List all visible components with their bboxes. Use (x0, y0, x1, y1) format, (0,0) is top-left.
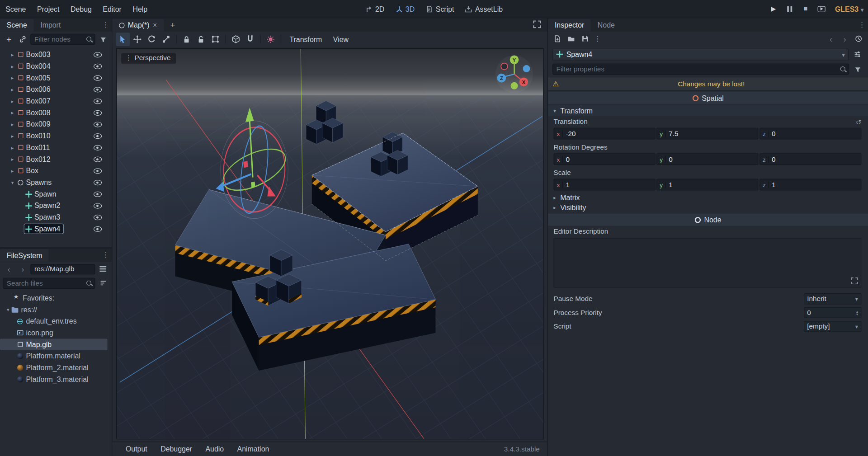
fs-item-favorites[interactable]: Favorites: (0, 292, 108, 304)
resource-extra-menu-icon[interactable] (593, 33, 602, 44)
menu-scene[interactable]: Scene (0, 0, 32, 18)
stop-button[interactable] (798, 2, 813, 15)
snap-button[interactable] (243, 33, 258, 46)
fs-item-default-env[interactable]: default_env.tres (0, 315, 108, 327)
expand-arrow-icon[interactable] (9, 122, 16, 127)
close-tab-icon[interactable] (153, 21, 157, 29)
scene-node-box012[interactable]: Box012 (0, 153, 112, 165)
workspace-script-button[interactable]: Script (420, 0, 459, 18)
debugger-button[interactable]: Debugger (155, 445, 198, 453)
viewport-canvas[interactable] (117, 49, 543, 439)
translation-y-field[interactable]: y (656, 128, 758, 140)
visibility-eye-icon[interactable] (94, 214, 102, 220)
visibility-eye-icon[interactable] (94, 98, 102, 103)
scene-node-spawn[interactable]: Spawn (0, 188, 112, 200)
lock-button[interactable] (179, 33, 194, 46)
history-forward-button[interactable] (17, 263, 29, 274)
translation-x-input[interactable] (563, 130, 655, 137)
scene-node-spawns[interactable]: Spawns (0, 177, 112, 188)
expand-arrow-icon[interactable] (9, 98, 16, 103)
node-tools-button[interactable] (851, 49, 863, 60)
expand-arrow-icon[interactable] (9, 52, 16, 57)
scale-x-field[interactable]: x (553, 179, 655, 191)
section-visibility[interactable]: Visibility (548, 202, 868, 212)
property-filter-options-button[interactable] (851, 64, 863, 75)
output-button[interactable]: Output (120, 445, 153, 453)
rotation-y-input[interactable] (666, 155, 758, 163)
expand-icon[interactable] (851, 277, 858, 284)
menu-editor[interactable]: Editor (97, 0, 127, 18)
workspace-assetlib-button[interactable]: AssetLib (460, 0, 509, 18)
pause-mode-select[interactable]: Inherit (804, 293, 861, 304)
workspace-2d-button[interactable]: 2D (360, 0, 390, 18)
scene-node-box006[interactable]: Box006 (0, 84, 112, 95)
expand-arrow-icon[interactable] (9, 156, 16, 162)
play-scene-button[interactable] (815, 2, 829, 15)
transform-menu[interactable]: Transform (284, 32, 327, 47)
scene-tab-map[interactable]: Map(*) (113, 19, 164, 32)
node-name-field[interactable]: Spawn4 (552, 48, 849, 60)
tab-node[interactable]: Node (591, 19, 621, 32)
history-back-button[interactable] (825, 33, 837, 44)
animation-button[interactable]: Animation (231, 445, 274, 453)
new-resource-button[interactable] (552, 33, 564, 44)
translation-x-field[interactable]: x (553, 128, 655, 140)
scale-y-input[interactable] (666, 181, 758, 188)
fs-item-res[interactable]: res:// (0, 304, 108, 315)
fs-item-platform2-material[interactable]: Platform_2.material (0, 362, 108, 374)
scene-node-box003[interactable]: Box003 (0, 49, 112, 61)
category-spatial[interactable]: Spatial (548, 92, 868, 104)
navigation-gizmo[interactable]: Y X Z (493, 52, 535, 94)
search-files-input[interactable] (3, 277, 95, 288)
fs-item-platform-material[interactable]: Platform.material (0, 350, 108, 362)
fs-item-map-glb[interactable]: Map.glb (0, 338, 108, 350)
category-node[interactable]: Node (548, 214, 868, 226)
translation-y-input[interactable] (666, 130, 758, 137)
script-select[interactable]: [empty] (804, 321, 861, 332)
menu-project[interactable]: Project (32, 0, 65, 18)
scene-node-box011[interactable]: Box011 (0, 141, 112, 153)
save-resource-button[interactable] (579, 33, 591, 44)
section-matrix[interactable]: Matrix (548, 193, 868, 202)
axis-neg-y-ball[interactable] (511, 82, 518, 89)
add-node-button[interactable] (3, 34, 15, 45)
scene-node-box008[interactable]: Box008 (0, 107, 112, 118)
visibility-eye-icon[interactable] (94, 110, 102, 115)
toggle-split-mode-button[interactable] (97, 263, 109, 274)
visibility-eye-icon[interactable] (94, 63, 102, 69)
translation-z-input[interactable] (769, 130, 861, 137)
scale-x-input[interactable] (563, 181, 655, 188)
distraction-free-button[interactable] (531, 19, 543, 30)
expand-arrow-icon[interactable] (9, 110, 16, 115)
scale-y-field[interactable]: y (656, 179, 758, 191)
fs-item-platform3-material[interactable]: Platform_3.material (0, 374, 108, 385)
rotate-tool-button[interactable] (145, 33, 159, 46)
expand-arrow-icon[interactable] (9, 145, 16, 150)
menu-debug[interactable]: Debug (65, 0, 97, 18)
scale-z-input[interactable] (769, 181, 861, 188)
rotation-x-input[interactable] (563, 155, 655, 163)
scene-node-box010[interactable]: Box010 (0, 130, 112, 142)
rotation-y-field[interactable]: y (656, 153, 758, 165)
expand-arrow-icon[interactable] (9, 133, 16, 138)
dock-menu-icon[interactable] (101, 19, 110, 30)
history-button[interactable] (853, 33, 865, 44)
new-scene-tab-button[interactable] (164, 19, 182, 32)
scene-node-box005[interactable]: Box005 (0, 72, 112, 84)
tab-import[interactable]: Import (34, 19, 68, 32)
editor-description-box[interactable] (553, 238, 861, 288)
revert-icon[interactable] (856, 118, 861, 126)
play-button[interactable] (766, 2, 781, 15)
visibility-eye-icon[interactable] (94, 203, 102, 208)
group-button[interactable] (208, 33, 222, 46)
sort-files-button[interactable] (97, 277, 109, 288)
scene-node-box007[interactable]: Box007 (0, 95, 112, 107)
scene-node-box009[interactable]: Box009 (0, 118, 112, 130)
visibility-eye-icon[interactable] (94, 122, 102, 127)
visibility-eye-icon[interactable] (94, 145, 102, 150)
rotation-z-field[interactable]: z (760, 153, 861, 165)
scene-node-spawn3[interactable]: Spawn3 (0, 212, 112, 223)
history-back-button[interactable] (3, 263, 15, 274)
rotation-x-field[interactable]: x (553, 153, 655, 165)
workspace-3d-button[interactable]: 3D (390, 0, 420, 18)
